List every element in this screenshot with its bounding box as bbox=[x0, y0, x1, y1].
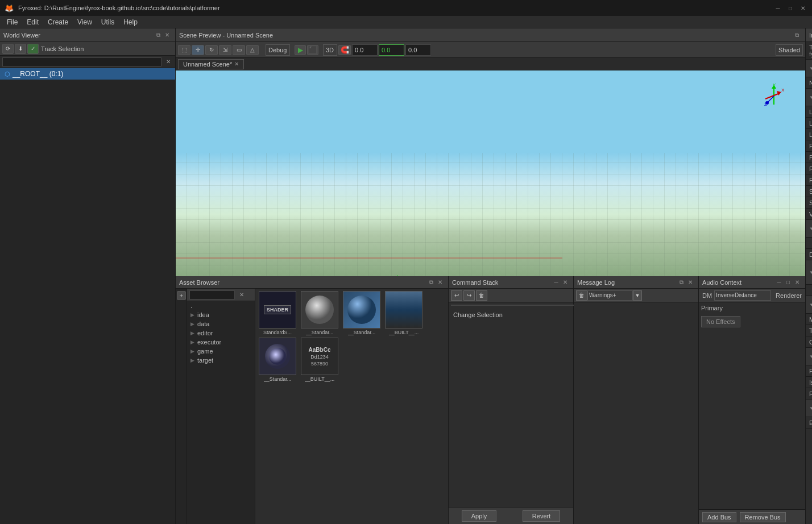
rotation-pivot-prop: Rotation Pivot ▲ ▲ ▲ ◀ bbox=[806, 174, 812, 186]
magnet-tool[interactable]: 🧲 bbox=[338, 45, 351, 55]
asset-tree-executor[interactable]: ▶executor bbox=[187, 338, 255, 347]
message-log-panel: Message Log ⧉ ✕ 🗑 Warnings+ ▼ bbox=[574, 276, 699, 524]
select-tool[interactable]: ⬚ bbox=[178, 45, 190, 55]
lod-expand-icon: ▼ bbox=[809, 270, 812, 275]
asset-shader[interactable]: SHADER StandardS... bbox=[258, 291, 297, 335]
local-transform-section[interactable]: ▼ ▼ Local Transform bbox=[806, 89, 812, 106]
wv-btn1[interactable]: ⟳ bbox=[2, 44, 14, 54]
resource-prop: Resource 🔇 None « bbox=[806, 388, 812, 400]
mobility-section[interactable]: ▼ ▼ Mobility bbox=[806, 296, 812, 314]
debug-dropdown[interactable]: Debug bbox=[266, 44, 290, 56]
ml-close[interactable]: ✕ bbox=[686, 278, 695, 287]
root-node-label: __ROOT__ (0:1) bbox=[13, 70, 63, 78]
lt-expand-icon: ▼ bbox=[809, 95, 812, 100]
scale-tool[interactable]: ⇲ bbox=[219, 45, 231, 55]
world-viewer-search[interactable] bbox=[2, 57, 161, 66]
base-expand-icon: ▼ bbox=[809, 66, 812, 71]
cs-close[interactable]: ✕ bbox=[561, 278, 570, 287]
cmd-clear[interactable]: 🗑 bbox=[476, 290, 487, 301]
scene-preview-panel: Scene Preview - Unnamed Scene ⧉ ⬚ ✛ ↻ ⇲ … bbox=[176, 28, 805, 276]
scene-float[interactable]: ⧉ bbox=[793, 31, 802, 40]
asset-sphere2[interactable]: __Standar... bbox=[342, 291, 382, 335]
ml-float[interactable]: ⧉ bbox=[677, 278, 686, 287]
apply-button[interactable]: Apply bbox=[462, 510, 497, 522]
base-section[interactable]: ▼ ▼ Base bbox=[806, 60, 812, 77]
ac-maximize[interactable]: □ bbox=[784, 278, 793, 287]
revert-button[interactable]: Revert bbox=[523, 510, 560, 522]
cmd-undo[interactable]: ↩ bbox=[451, 290, 462, 301]
menu-file[interactable]: File bbox=[2, 17, 22, 27]
asset-tree-game[interactable]: ▶game bbox=[187, 347, 255, 356]
ab-add-btn[interactable]: + bbox=[177, 291, 186, 300]
asset-tree-target[interactable]: ▶target bbox=[187, 356, 255, 365]
scripts-expand-icon: ▼ bbox=[809, 406, 812, 411]
move-tool[interactable]: ✛ bbox=[192, 45, 204, 55]
ml-filter-expand[interactable]: ▼ bbox=[633, 290, 642, 301]
world-viewer-close[interactable]: ✕ bbox=[163, 31, 172, 40]
properties-section[interactable]: ▼ ▼ Properties + ◀ bbox=[806, 348, 812, 365]
world-viewer-title: World Viewer bbox=[3, 32, 40, 39]
rotate-tool[interactable]: ↻ bbox=[205, 45, 218, 55]
menu-edit[interactable]: Edit bbox=[22, 17, 43, 27]
asset-sphere1[interactable]: __Standar... bbox=[300, 291, 339, 335]
asset-tree-root[interactable]: . bbox=[187, 301, 255, 310]
rect-tool[interactable]: ▭ bbox=[233, 45, 245, 55]
ac-close[interactable]: ✕ bbox=[793, 278, 802, 287]
ml-filter-dropdown[interactable]: Warnings+ bbox=[587, 290, 633, 301]
scripts-section[interactable]: ▼ ▼ Scripts + ◀ bbox=[806, 400, 812, 417]
command-list: Change Selection bbox=[449, 308, 573, 507]
ab-search-close[interactable]: ✕ bbox=[237, 290, 246, 300]
lod-group-section[interactable]: ▼ ▼ Lod Group bbox=[806, 260, 812, 285]
scene-tree: ⬡ __ROOT__ (0:1) bbox=[0, 68, 175, 524]
coord-z[interactable] bbox=[405, 44, 431, 56]
menu-help[interactable]: Help bbox=[119, 17, 142, 27]
local-scale-prop: Local Scale ▲ ▲ ▲ ◀ bbox=[806, 106, 812, 118]
asset-search[interactable] bbox=[189, 290, 235, 300]
dm-dropdown[interactable]: InverseDistance bbox=[714, 290, 771, 301]
asset-font[interactable]: AaBbCc Dd1234 567890 __BUILT__... bbox=[300, 338, 339, 382]
coord-x[interactable] bbox=[352, 44, 378, 56]
ab-close[interactable]: ✕ bbox=[436, 278, 445, 287]
lifetime-section[interactable]: ▼ ▼ Lifetime bbox=[806, 220, 812, 238]
ac-float[interactable]: ─ bbox=[774, 278, 784, 287]
ml-clear-btn[interactable]: 🗑 bbox=[576, 290, 587, 301]
shading-dropdown[interactable]: Shaded bbox=[776, 44, 803, 56]
wv-btn2[interactable]: ⬇ bbox=[15, 44, 26, 54]
world-viewer-float[interactable]: ⧉ bbox=[154, 31, 163, 40]
wv-search-close[interactable]: ✕ bbox=[164, 57, 173, 66]
asset-tree-editor[interactable]: ▶editor bbox=[187, 328, 255, 338]
menu-utils[interactable]: Utils bbox=[97, 17, 119, 27]
wv-btn3[interactable]: ✓ bbox=[27, 44, 39, 54]
asset-tree-idea[interactable]: ▶idea bbox=[187, 310, 255, 319]
lod-prop: None ▼ bbox=[806, 285, 812, 296]
asset-standard[interactable]: __Standar... bbox=[258, 338, 297, 382]
asset-browser-panel: Asset Browser ⧉ ✕ + bbox=[176, 276, 449, 524]
tree-root-node[interactable]: ⬡ __ROOT__ (0:1) bbox=[0, 68, 175, 80]
stop-btn[interactable]: ⬛ bbox=[307, 45, 318, 55]
add-bus-button[interactable]: Add Bus bbox=[702, 512, 736, 522]
enabled-prop: Enabled ◀ bbox=[806, 417, 812, 429]
terrain-tool[interactable]: △ bbox=[246, 45, 259, 55]
primary-label: Primary bbox=[699, 302, 805, 314]
scene-viewport[interactable]: X Y Z bbox=[176, 70, 805, 276]
menu-view[interactable]: View bbox=[73, 17, 97, 27]
scene-tab[interactable]: Unnamed Scene* ✕ bbox=[178, 59, 244, 69]
renderer-label: Renderer bbox=[776, 292, 802, 299]
inspector-panel: Inspector ─ □ ✕ Type Name: fyrox_impl::s… bbox=[805, 28, 812, 524]
cmd-apply-bar: Apply Revert bbox=[449, 507, 573, 524]
close-button[interactable]: ✕ bbox=[798, 3, 807, 13]
remove-bus-button[interactable]: Remove Bus bbox=[740, 512, 786, 522]
cs-float[interactable]: ─ bbox=[552, 278, 561, 287]
view-mode-dropdown[interactable]: 3D bbox=[323, 44, 337, 56]
asset-tree-data[interactable]: ▶data bbox=[187, 319, 255, 328]
coord-y[interactable] bbox=[379, 44, 404, 56]
minimize-button[interactable]: ─ bbox=[773, 3, 782, 13]
audio-context-panel: Audio Context ─ □ ✕ DM InverseDistance R… bbox=[699, 276, 805, 524]
asset-built1[interactable]: __BUILT__... bbox=[384, 291, 424, 335]
ab-float[interactable]: ⧉ bbox=[426, 278, 436, 287]
close-tab-btn[interactable]: ✕ bbox=[234, 61, 239, 67]
menu-create[interactable]: Create bbox=[43, 17, 73, 27]
play-btn[interactable]: ▶ bbox=[295, 45, 306, 55]
maximize-button[interactable]: □ bbox=[786, 3, 795, 13]
cmd-redo[interactable]: ↪ bbox=[463, 290, 475, 301]
